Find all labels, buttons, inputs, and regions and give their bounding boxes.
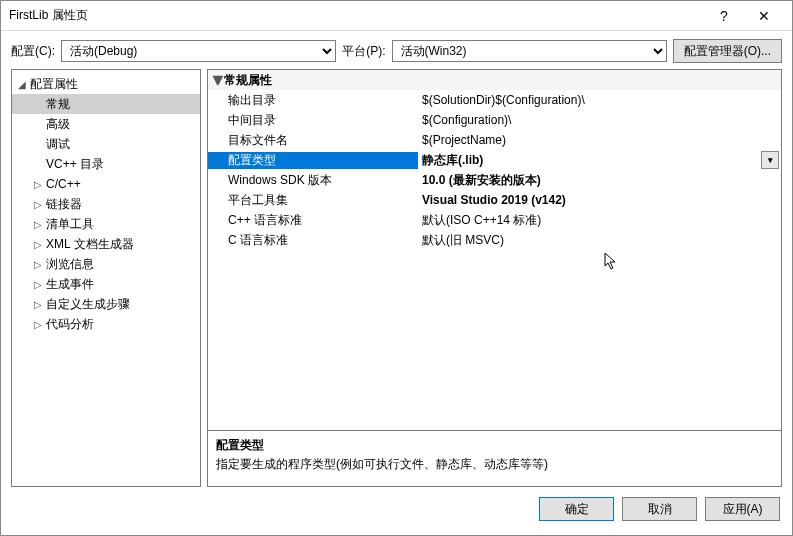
- property-value[interactable]: 默认(ISO C++14 标准): [418, 212, 781, 229]
- main-area: ◢ 配置属性 常规高级调试VC++ 目录▷C/C++▷链接器▷清单工具▷XML …: [1, 69, 792, 487]
- property-row[interactable]: 配置类型静态库(.lib)▾: [208, 150, 781, 170]
- tree-item[interactable]: ▷生成事件: [12, 274, 200, 294]
- property-row[interactable]: 目标文件名$(ProjectName): [208, 130, 781, 150]
- cancel-button[interactable]: 取消: [622, 497, 697, 521]
- apply-button[interactable]: 应用(A): [705, 497, 780, 521]
- window-title: FirstLib 属性页: [9, 7, 704, 24]
- config-row: 配置(C): 活动(Debug) 平台(P): 活动(Win32) 配置管理器(…: [1, 31, 792, 69]
- tree-item-label: 链接器: [44, 196, 82, 213]
- group-header[interactable]: ⯆ 常规属性: [208, 70, 781, 90]
- tree-item[interactable]: ▷C/C++: [12, 174, 200, 194]
- tree-item-label: 代码分析: [44, 316, 94, 333]
- tree-item-label: 常规: [44, 96, 70, 113]
- expand-icon: ▷: [32, 199, 44, 210]
- property-row[interactable]: 输出目录$(SolutionDir)$(Configuration)\: [208, 90, 781, 110]
- config-select[interactable]: 活动(Debug): [61, 40, 336, 62]
- expand-icon: ▷: [32, 239, 44, 250]
- desc-text: 指定要生成的程序类型(例如可执行文件、静态库、动态库等等): [216, 456, 773, 473]
- property-grid: ⯆ 常规属性 输出目录$(SolutionDir)$(Configuration…: [207, 69, 782, 431]
- help-button[interactable]: ?: [704, 8, 744, 24]
- collapse-icon: ⯆: [212, 73, 224, 87]
- tree-item[interactable]: ▷XML 文档生成器: [12, 234, 200, 254]
- titlebar: FirstLib 属性页 ? ✕: [1, 1, 792, 31]
- tree-item-label: 浏览信息: [44, 256, 94, 273]
- config-manager-button[interactable]: 配置管理器(O)...: [673, 39, 782, 63]
- tree-item-label: XML 文档生成器: [44, 236, 134, 253]
- expand-icon: ▷: [32, 259, 44, 270]
- tree-item[interactable]: ▷浏览信息: [12, 254, 200, 274]
- chevron-down-icon[interactable]: ▾: [761, 151, 779, 169]
- property-name: 中间目录: [208, 112, 418, 129]
- tree-item-label: VC++ 目录: [44, 156, 104, 173]
- property-value[interactable]: $(ProjectName): [418, 133, 781, 147]
- collapse-icon: ◢: [16, 79, 28, 90]
- expand-icon: ▷: [32, 279, 44, 290]
- property-name: 配置类型: [208, 152, 418, 169]
- button-row: 确定 取消 应用(A): [1, 487, 792, 531]
- tree-root[interactable]: ◢ 配置属性: [12, 74, 200, 94]
- tree-item[interactable]: 常规: [12, 94, 200, 114]
- tree-item[interactable]: ▷链接器: [12, 194, 200, 214]
- property-value[interactable]: $(SolutionDir)$(Configuration)\: [418, 93, 781, 107]
- expand-icon: ▷: [32, 219, 44, 230]
- expand-icon: ▷: [32, 319, 44, 330]
- platform-select[interactable]: 活动(Win32): [392, 40, 667, 62]
- tree-item-label: 自定义生成步骤: [44, 296, 130, 313]
- property-row[interactable]: C 语言标准默认(旧 MSVC): [208, 230, 781, 250]
- property-value[interactable]: 静态库(.lib)▾: [418, 151, 781, 169]
- property-name: C++ 语言标准: [208, 212, 418, 229]
- description-box: 配置类型 指定要生成的程序类型(例如可执行文件、静态库、动态库等等): [207, 431, 782, 487]
- tree-item-label: 生成事件: [44, 276, 94, 293]
- property-name: C 语言标准: [208, 232, 418, 249]
- property-row[interactable]: Windows SDK 版本10.0 (最新安装的版本): [208, 170, 781, 190]
- close-button[interactable]: ✕: [744, 8, 784, 24]
- property-value[interactable]: $(Configuration)\: [418, 113, 781, 127]
- property-row[interactable]: 中间目录$(Configuration)\: [208, 110, 781, 130]
- expand-icon: ▷: [32, 179, 44, 190]
- tree-item[interactable]: 高级: [12, 114, 200, 134]
- ok-button[interactable]: 确定: [539, 497, 614, 521]
- tree-item-label: 高级: [44, 116, 70, 133]
- property-value[interactable]: 默认(旧 MSVC): [418, 232, 781, 249]
- property-name: Windows SDK 版本: [208, 172, 418, 189]
- tree-item[interactable]: VC++ 目录: [12, 154, 200, 174]
- property-name: 输出目录: [208, 92, 418, 109]
- config-label: 配置(C):: [11, 43, 55, 60]
- platform-label: 平台(P):: [342, 43, 385, 60]
- tree-item[interactable]: ▷清单工具: [12, 214, 200, 234]
- property-name: 目标文件名: [208, 132, 418, 149]
- property-row[interactable]: 平台工具集Visual Studio 2019 (v142): [208, 190, 781, 210]
- tree-item-label: C/C++: [44, 177, 81, 191]
- right-column: ⯆ 常规属性 输出目录$(SolutionDir)$(Configuration…: [207, 69, 782, 487]
- tree-item[interactable]: 调试: [12, 134, 200, 154]
- property-name: 平台工具集: [208, 192, 418, 209]
- desc-title: 配置类型: [216, 437, 773, 454]
- tree-item-label: 清单工具: [44, 216, 94, 233]
- property-row[interactable]: C++ 语言标准默认(ISO C++14 标准): [208, 210, 781, 230]
- expand-icon: ▷: [32, 299, 44, 310]
- tree-item-label: 调试: [44, 136, 70, 153]
- tree-item[interactable]: ▷自定义生成步骤: [12, 294, 200, 314]
- tree-item[interactable]: ▷代码分析: [12, 314, 200, 334]
- tree-panel: ◢ 配置属性 常规高级调试VC++ 目录▷C/C++▷链接器▷清单工具▷XML …: [11, 69, 201, 487]
- property-value[interactable]: Visual Studio 2019 (v142): [418, 193, 781, 207]
- property-value[interactable]: 10.0 (最新安装的版本): [418, 172, 781, 189]
